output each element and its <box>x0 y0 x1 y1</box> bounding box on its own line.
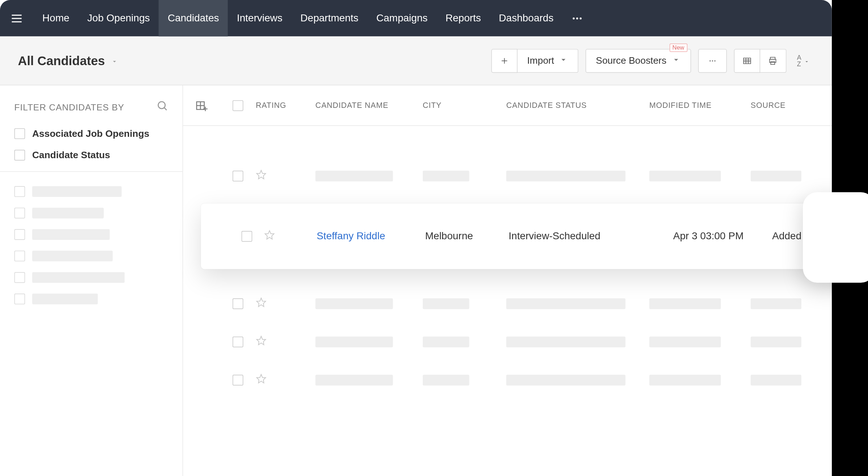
checkbox-icon[interactable] <box>14 186 25 197</box>
nav-items: Home Job Openings Candidates Interviews … <box>33 0 592 37</box>
table-row <box>183 361 832 399</box>
hamburger-icon[interactable] <box>0 0 33 37</box>
nav-candidates[interactable]: Candidates <box>159 0 228 37</box>
filters-sidebar: FILTER CANDIDATES BY Associated Job Open… <box>0 85 183 476</box>
cell-city: Melbourne <box>425 230 509 242</box>
import-label: Import <box>527 55 554 66</box>
checkbox-icon[interactable] <box>14 208 25 219</box>
divider <box>0 171 182 172</box>
checkbox-icon[interactable] <box>14 272 25 283</box>
svg-marker-27 <box>257 298 266 306</box>
filter-placeholder <box>14 229 168 240</box>
chevron-down-icon <box>559 55 568 67</box>
filter-option-candidate-status[interactable]: Candidate Status <box>14 150 168 161</box>
filter-placeholder <box>14 208 168 219</box>
filter-title: FILTER CANDIDATES BY <box>14 102 124 112</box>
table-row <box>183 285 832 323</box>
col-name[interactable]: CANDIDATE NAME <box>315 101 423 110</box>
toolbar: All Candidates Import <box>0 37 832 85</box>
svg-marker-30 <box>265 230 274 239</box>
svg-point-4 <box>576 17 578 19</box>
highlighted-row[interactable]: Steffany Riddle Melbourne Interview-Sche… <box>201 203 832 269</box>
col-modified[interactable]: MODIFIED TIME <box>649 101 750 110</box>
sort-button[interactable]: AZ <box>793 54 814 67</box>
filter-option-associated-job-openings[interactable]: Associated Job Openings <box>14 128 168 139</box>
nav-dashboards[interactable]: Dashboards <box>490 0 563 37</box>
svg-point-19 <box>158 102 165 109</box>
candidates-main: RATING CANDIDATE NAME CITY CANDIDATE STA… <box>183 85 832 476</box>
placeholder-bar <box>32 294 98 304</box>
placeholder-bar <box>32 208 104 219</box>
filter-label: Candidate Status <box>32 150 110 161</box>
add-button[interactable] <box>491 49 518 72</box>
placeholder-bar <box>32 229 110 240</box>
more-actions-button[interactable] <box>698 49 727 72</box>
cell-modified: Apr 3 03:00 PM <box>673 230 772 242</box>
filter-placeholder <box>14 250 168 261</box>
col-rating[interactable]: RATING <box>256 101 315 110</box>
candidate-name-link[interactable]: Steffany Riddle <box>316 230 385 241</box>
row-checkbox[interactable] <box>242 231 252 242</box>
nav-departments[interactable]: Departments <box>292 0 367 37</box>
import-button[interactable]: Import <box>518 49 579 72</box>
new-badge: New <box>669 43 687 52</box>
source-boosters-label: Source Boosters <box>596 55 667 66</box>
star-icon[interactable] <box>256 297 315 310</box>
highlight-card-glow <box>803 192 868 283</box>
svg-marker-26 <box>257 170 266 179</box>
table-row <box>183 157 832 195</box>
row-checkbox[interactable] <box>233 170 243 181</box>
view-selector[interactable]: All Candidates <box>18 54 118 68</box>
table-view-button[interactable] <box>734 49 760 72</box>
columns-customize-button[interactable] <box>183 99 220 112</box>
svg-rect-11 <box>743 58 750 63</box>
filter-placeholder <box>14 186 168 197</box>
col-source[interactable]: SOURCE <box>751 101 828 110</box>
checkbox-icon[interactable] <box>14 229 25 240</box>
chevron-down-icon <box>671 55 681 67</box>
row-checkbox[interactable] <box>233 298 243 309</box>
chevron-down-icon <box>111 54 118 68</box>
table-body: Steffany Riddle Melbourne Interview-Sche… <box>183 126 832 399</box>
print-button[interactable] <box>760 49 786 72</box>
nav-more-icon[interactable] <box>562 0 592 37</box>
sort-az-icon: AZ <box>797 54 801 67</box>
source-boosters-button[interactable]: Source Boosters <box>586 49 691 72</box>
nav-campaigns[interactable]: Campaigns <box>367 0 437 37</box>
checkbox-icon[interactable] <box>14 150 25 161</box>
placeholder-bar <box>32 250 113 261</box>
view-title-label: All Candidates <box>18 54 105 68</box>
row-checkbox[interactable] <box>233 375 243 386</box>
nav-reports[interactable]: Reports <box>437 0 490 37</box>
select-all-checkbox[interactable] <box>220 100 256 111</box>
star-icon[interactable] <box>264 229 316 243</box>
svg-line-20 <box>164 108 167 110</box>
svg-point-5 <box>580 17 582 19</box>
checkbox-icon[interactable] <box>14 294 25 304</box>
svg-point-9 <box>712 60 713 62</box>
svg-rect-18 <box>771 62 775 64</box>
star-icon[interactable] <box>256 374 315 387</box>
table-header: RATING CANDIDATE NAME CITY CANDIDATE STA… <box>183 85 832 126</box>
placeholder-bar <box>32 186 122 197</box>
row-checkbox[interactable] <box>233 337 243 347</box>
filter-placeholder <box>14 294 168 304</box>
nav-home[interactable]: Home <box>33 0 78 37</box>
view-print-group <box>734 49 786 72</box>
filter-placeholder <box>14 272 168 283</box>
checkbox-icon[interactable] <box>14 128 25 139</box>
import-button-group: Import <box>491 49 578 72</box>
search-icon[interactable] <box>156 100 168 114</box>
star-icon[interactable] <box>256 336 315 349</box>
table-row <box>183 323 832 361</box>
svg-marker-28 <box>257 336 266 345</box>
svg-point-3 <box>573 17 575 19</box>
col-city[interactable]: CITY <box>423 101 506 110</box>
checkbox-icon[interactable] <box>14 250 25 261</box>
star-icon[interactable] <box>256 169 315 182</box>
nav-interviews[interactable]: Interviews <box>228 0 292 37</box>
top-nav: Home Job Openings Candidates Interviews … <box>0 0 832 37</box>
col-status[interactable]: CANDIDATE STATUS <box>506 101 650 110</box>
placeholder-bar <box>32 272 125 283</box>
nav-job-openings[interactable]: Job Openings <box>78 0 159 37</box>
